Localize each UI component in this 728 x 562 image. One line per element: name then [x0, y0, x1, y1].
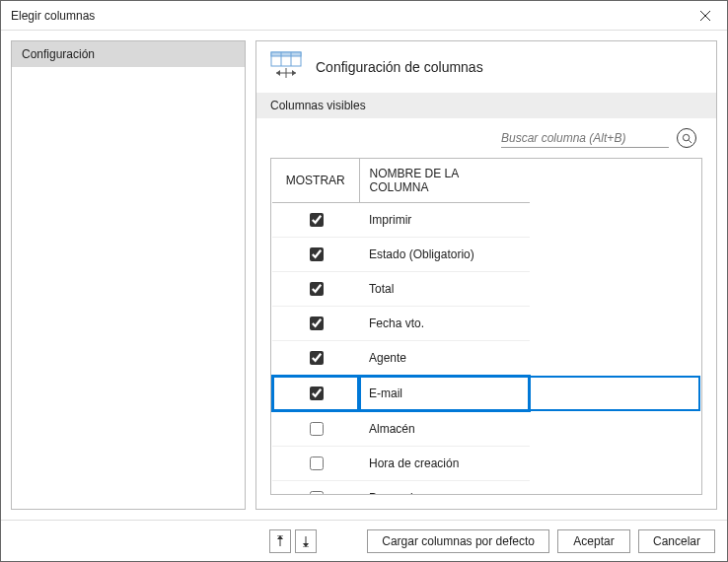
columns-table-scroll[interactable]: MOSTRAR NOMBRE DE LA COLUMNA ImprimirEst… — [271, 159, 701, 494]
table-row[interactable]: Imprimir — [272, 203, 700, 238]
column-name-cell: Total — [359, 272, 530, 307]
sidebar: Configuración — [11, 40, 246, 510]
sidebar-item-configuracion[interactable]: Configuración — [12, 41, 245, 67]
svg-marker-13 — [277, 535, 283, 539]
table-row[interactable]: Proveedor — [272, 481, 700, 495]
svg-marker-16 — [303, 543, 309, 547]
column-name-cell: Agente — [359, 341, 530, 377]
svg-marker-8 — [292, 70, 296, 76]
dialog-body: Configuración Configuración de columnas … — [1, 31, 727, 520]
show-cell — [272, 447, 359, 481]
table-row[interactable]: Agente — [272, 341, 700, 377]
svg-marker-7 — [276, 70, 280, 76]
column-name-cell: E-mail — [359, 376, 530, 411]
window-title: Elegir columnas — [11, 9, 683, 23]
svg-line-11 — [689, 140, 692, 143]
section-label: Columnas visibles — [256, 93, 716, 118]
show-cell — [272, 272, 359, 307]
dialog-window: Elegir columnas Configuración Con — [0, 0, 728, 562]
search-icon — [682, 133, 692, 144]
show-cell — [272, 203, 359, 238]
columns-table: MOSTRAR NOMBRE DE LA COLUMNA ImprimirEst… — [271, 159, 701, 494]
move-up-button[interactable] — [269, 529, 291, 553]
columns-table-wrap: MOSTRAR NOMBRE DE LA COLUMNA ImprimirEst… — [270, 158, 702, 495]
main-header: Configuración de columnas — [256, 41, 716, 93]
show-checkbox[interactable] — [310, 282, 324, 296]
arrow-up-icon — [276, 535, 284, 547]
cancel-button[interactable]: Cancelar — [638, 529, 715, 553]
main-title: Configuración de columnas — [316, 59, 483, 75]
column-name-cell: Almacén — [359, 411, 530, 447]
show-cell — [272, 238, 359, 272]
search-input[interactable] — [501, 129, 669, 148]
show-cell — [272, 307, 359, 341]
show-checkbox[interactable] — [310, 491, 324, 494]
show-checkbox[interactable] — [310, 422, 324, 436]
column-name-cell: Fecha vto. — [359, 307, 530, 341]
show-checkbox[interactable] — [310, 386, 324, 400]
table-row[interactable]: E-mail — [272, 376, 700, 411]
show-cell — [272, 341, 359, 377]
show-checkbox[interactable] — [310, 213, 324, 227]
accept-button[interactable]: Aceptar — [557, 529, 630, 553]
table-row[interactable]: Almacén — [272, 411, 700, 447]
show-cell — [272, 481, 359, 495]
table-row[interactable]: Fecha vto. — [272, 307, 700, 341]
show-checkbox[interactable] — [310, 351, 324, 365]
arrow-down-icon — [302, 535, 310, 547]
move-down-button[interactable] — [295, 529, 317, 553]
titlebar: Elegir columnas — [1, 1, 727, 31]
column-header-name[interactable]: NOMBRE DE LA COLUMNA — [359, 159, 530, 203]
column-name-cell: Hora de creación — [359, 447, 530, 481]
show-cell — [272, 376, 359, 411]
footer: Cargar columnas por defecto Aceptar Canc… — [1, 520, 727, 561]
main-panel: Configuración de columnas Columnas visib… — [255, 40, 717, 510]
show-checkbox[interactable] — [310, 247, 324, 261]
svg-point-10 — [683, 134, 689, 140]
column-header-show[interactable]: MOSTRAR — [272, 159, 359, 203]
reorder-buttons — [269, 529, 317, 553]
table-row[interactable]: Estado (Obligatorio) — [272, 238, 700, 272]
column-name-cell: Proveedor — [359, 481, 530, 495]
show-checkbox[interactable] — [310, 316, 324, 330]
svg-rect-3 — [271, 52, 301, 56]
show-checkbox[interactable] — [310, 457, 324, 470]
column-name-cell: Estado (Obligatorio) — [359, 238, 530, 272]
column-name-cell: Imprimir — [359, 203, 530, 238]
table-row[interactable]: Total — [272, 272, 700, 307]
close-button[interactable] — [683, 1, 727, 30]
close-icon — [700, 11, 710, 21]
search-button[interactable] — [677, 128, 696, 148]
table-row[interactable]: Hora de creación — [272, 447, 700, 481]
columns-config-icon — [270, 51, 302, 83]
show-cell — [272, 411, 359, 447]
search-row — [256, 118, 716, 158]
load-defaults-button[interactable]: Cargar columnas por defecto — [367, 529, 549, 553]
